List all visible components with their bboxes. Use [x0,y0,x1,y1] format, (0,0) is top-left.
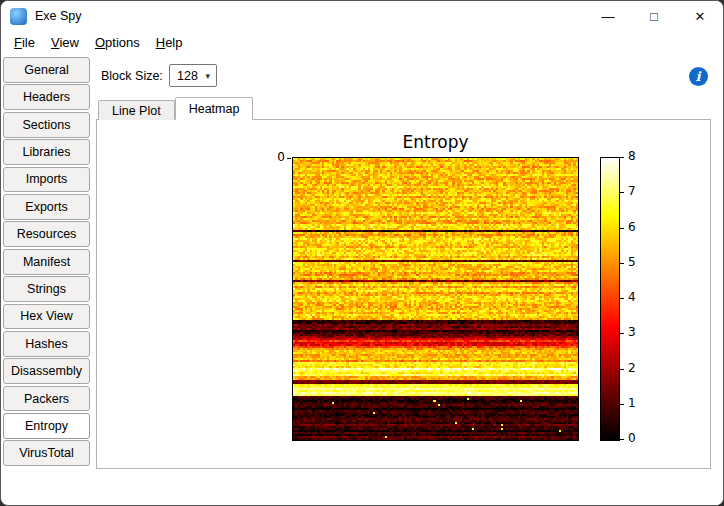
sidebar-item-libraries[interactable]: Libraries [3,139,90,165]
colorbar-ticks: 012345678 [620,157,654,441]
colorbar-tick-mark [620,157,624,158]
plot-pane: Entropy 0 012345678 [96,119,711,469]
maximize-icon[interactable]: □ [631,1,677,31]
colorbar-tick-mark [620,369,624,370]
close-icon[interactable]: ✕ [677,1,723,31]
colorbar-tick-mark [620,404,624,405]
tab-line-plot[interactable]: Line Plot [98,100,175,120]
colorbar-tick-mark [620,192,624,193]
menu-bar: FileViewOptionsHelp [1,31,723,54]
colorbar-tick-label: 6 [628,220,636,234]
colorbar-tick-mark [620,263,624,264]
sidebar-item-packers[interactable]: Packers [3,386,90,412]
colorbar-tick-label: 7 [628,184,636,198]
colorbar-tick-label: 0 [628,431,636,445]
colorbar-tick-label: 2 [628,361,636,375]
heatmap-frame [292,157,579,441]
menu-view[interactable]: View [43,33,87,52]
block-size-label: Block Size: [101,69,163,83]
colorbar-tick-label: 4 [628,290,636,304]
colorbar-tick-mark [620,439,624,440]
colorbar-tick-mark [620,228,624,229]
sidebar-item-exports[interactable]: Exports [3,194,90,220]
sidebar: GeneralHeadersSectionsLibrariesImportsEx… [3,57,90,466]
colorbar-tick-label: 5 [628,255,636,269]
heatmap-canvas [293,158,578,440]
colorbar-tick-mark [620,333,624,334]
colorbar-canvas [601,158,619,440]
sidebar-item-headers[interactable]: Headers [3,84,90,110]
minimize-icon[interactable]: — [585,1,631,31]
block-size-select[interactable]: 128 ▾ [169,64,217,87]
sidebar-item-hashes[interactable]: Hashes [3,331,90,357]
plot-tabbar: Line PlotHeatmap [98,97,253,120]
figure-title: Entropy [292,132,579,152]
info-icon: i [689,67,708,86]
sidebar-item-imports[interactable]: Imports [3,167,90,193]
colorbar-tick-label: 3 [628,325,636,339]
y-tick-label: 0 [269,150,285,164]
sidebar-item-sections[interactable]: Sections [3,112,90,138]
sidebar-item-virustotal[interactable]: VirusTotal [3,440,90,466]
sidebar-item-manifest[interactable]: Manifest [3,249,90,275]
colorbar-tick-label: 1 [628,396,636,410]
window-title: Exe Spy [35,9,82,23]
menu-help[interactable]: Help [148,33,191,52]
sidebar-item-disassembly[interactable]: Disassembly [3,358,90,384]
sidebar-item-strings[interactable]: Strings [3,276,90,302]
app-window: Exe Spy — □ ✕ FileViewOptionsHelp Genera… [0,0,724,506]
app-icon [10,8,27,25]
menu-file[interactable]: File [6,33,43,52]
info-button[interactable]: i [686,64,710,88]
sidebar-item-entropy[interactable]: Entropy [3,413,90,439]
tab-heatmap[interactable]: Heatmap [175,97,254,120]
block-size-value: 128 [170,69,205,83]
title-bar: Exe Spy — □ ✕ [1,1,723,31]
colorbar-tick-label: 8 [628,149,636,163]
colorbar-frame [600,157,620,441]
main-content: Block Size: 128 ▾ i Line PlotHeatmap Ent… [93,53,723,505]
y-tick-mark [287,158,291,159]
menu-options[interactable]: Options [87,33,148,52]
window-controls: — □ ✕ [585,1,723,31]
chevron-down-icon: ▾ [205,71,216,81]
sidebar-item-general[interactable]: General [3,57,90,83]
sidebar-item-hex-view[interactable]: Hex View [3,304,90,330]
colorbar-tick-mark [620,298,624,299]
sidebar-item-resources[interactable]: Resources [3,221,90,247]
